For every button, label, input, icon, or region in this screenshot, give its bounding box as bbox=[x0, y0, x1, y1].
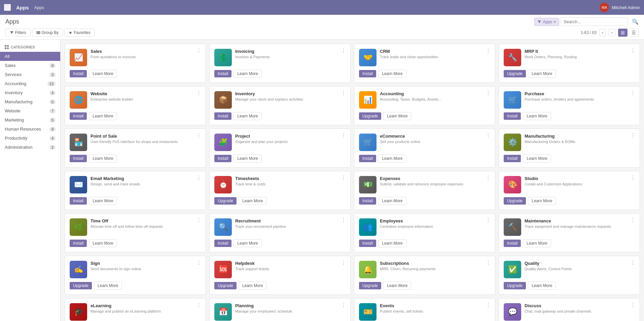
learn-more-button[interactable]: Learn More bbox=[528, 282, 556, 290]
learn-more-button[interactable]: Learn More bbox=[378, 70, 406, 78]
learn-more-button[interactable]: Learn More bbox=[383, 282, 411, 290]
more-options-button[interactable]: ⋮ bbox=[630, 47, 636, 54]
sidebar-item-productivity[interactable]: Productivity4 bbox=[0, 134, 60, 143]
install-button[interactable]: Install bbox=[359, 240, 376, 247]
user-menu[interactable]: MA Mitchell Admin bbox=[600, 3, 640, 12]
more-options-button[interactable]: ⋮ bbox=[340, 302, 347, 309]
learn-more-button[interactable]: Learn More bbox=[234, 154, 261, 163]
remove-filter-button[interactable]: × bbox=[553, 19, 556, 25]
sidebar-item-inventory[interactable]: Inventory4 bbox=[0, 88, 60, 97]
learn-more-button[interactable]: Learn More bbox=[378, 197, 406, 205]
more-options-button[interactable]: ⋮ bbox=[195, 302, 202, 309]
sidebar-item-accounting[interactable]: Accounting13 bbox=[0, 79, 60, 88]
learn-more-button[interactable]: Learn More bbox=[523, 112, 551, 120]
more-options-button[interactable]: ⋮ bbox=[195, 175, 202, 181]
more-options-button[interactable]: ⋮ bbox=[340, 90, 347, 97]
learn-more-button[interactable]: Learn More bbox=[89, 239, 117, 247]
search-input[interactable] bbox=[561, 17, 628, 26]
more-options-button[interactable]: ⋮ bbox=[630, 259, 636, 266]
more-options-button[interactable]: ⋮ bbox=[340, 132, 347, 139]
learn-more-button[interactable]: Learn More bbox=[89, 197, 117, 205]
learn-more-button[interactable]: Learn More bbox=[523, 154, 551, 163]
sidebar-item-manufacturing[interactable]: Manufacturing5 bbox=[0, 97, 60, 106]
upgrade-button[interactable]: Upgrade bbox=[504, 197, 526, 205]
learn-more-button[interactable]: Learn More bbox=[234, 239, 261, 247]
more-options-button[interactable]: ⋮ bbox=[195, 259, 202, 266]
search-icon[interactable]: 🔍 bbox=[632, 19, 639, 25]
prev-page-button[interactable]: ‹ bbox=[599, 29, 606, 36]
upgrade-button[interactable]: Upgrade bbox=[214, 282, 237, 289]
learn-more-button[interactable]: Learn More bbox=[383, 112, 411, 120]
learn-more-button[interactable]: Learn More bbox=[89, 154, 117, 163]
install-button[interactable]: Install bbox=[214, 70, 231, 77]
learn-more-button[interactable]: Learn More bbox=[234, 112, 261, 120]
install-button[interactable]: Install bbox=[70, 197, 87, 205]
learn-more-button[interactable]: Learn More bbox=[378, 154, 406, 163]
install-button[interactable]: Install bbox=[214, 155, 231, 162]
more-options-button[interactable]: ⋮ bbox=[630, 217, 636, 224]
next-page-button[interactable]: › bbox=[609, 29, 615, 36]
more-options-button[interactable]: ⋮ bbox=[630, 90, 636, 97]
more-options-button[interactable]: ⋮ bbox=[340, 47, 347, 54]
upgrade-button[interactable]: Upgrade bbox=[359, 112, 381, 120]
learn-more-button[interactable]: Learn More bbox=[234, 70, 261, 78]
more-options-button[interactable]: ⋮ bbox=[485, 217, 492, 224]
upgrade-button[interactable]: Upgrade bbox=[359, 282, 381, 289]
filters-button[interactable]: Filters bbox=[5, 29, 31, 37]
upgrade-button[interactable]: Upgrade bbox=[214, 197, 237, 205]
upgrade-button[interactable]: Upgrade bbox=[504, 282, 526, 289]
more-options-button[interactable]: ⋮ bbox=[630, 302, 636, 309]
more-options-button[interactable]: ⋮ bbox=[485, 175, 492, 181]
learn-more-button[interactable]: Learn More bbox=[239, 197, 266, 205]
more-options-button[interactable]: ⋮ bbox=[340, 175, 347, 181]
more-options-button[interactable]: ⋮ bbox=[630, 175, 636, 181]
sidebar-item-services[interactable]: Services3 bbox=[0, 70, 60, 79]
learn-more-button[interactable]: Learn More bbox=[89, 70, 117, 78]
learn-more-button[interactable]: Learn More bbox=[89, 112, 117, 120]
more-options-button[interactable]: ⋮ bbox=[630, 132, 636, 139]
install-button[interactable]: Install bbox=[214, 112, 231, 120]
install-button[interactable]: Install bbox=[359, 197, 376, 205]
install-button[interactable]: Install bbox=[504, 240, 521, 247]
sidebar-item-marketing[interactable]: Marketing5 bbox=[0, 115, 60, 124]
learn-more-button[interactable]: Learn More bbox=[528, 197, 556, 205]
sidebar-item-website[interactable]: Website7 bbox=[0, 106, 60, 115]
more-options-button[interactable]: ⋮ bbox=[485, 90, 492, 97]
sidebar-item-sales[interactable]: Sales8 bbox=[0, 61, 60, 70]
list-view-button[interactable]: ☰ bbox=[629, 29, 639, 37]
learn-more-button[interactable]: Learn More bbox=[94, 282, 122, 290]
more-options-button[interactable]: ⋮ bbox=[195, 90, 202, 97]
more-options-button[interactable]: ⋮ bbox=[340, 259, 347, 266]
upgrade-button[interactable]: Upgrade bbox=[70, 282, 92, 289]
sidebar-item-human-resources[interactable]: Human Resources9 bbox=[0, 124, 60, 134]
install-button[interactable]: Install bbox=[70, 70, 87, 77]
install-button[interactable]: Install bbox=[359, 155, 376, 162]
sidebar-item-administration[interactable]: Administration2 bbox=[0, 143, 60, 152]
more-options-button[interactable]: ⋮ bbox=[195, 217, 202, 224]
active-filter-tag[interactable]: Apps × bbox=[534, 18, 559, 26]
install-button[interactable]: Install bbox=[504, 112, 521, 120]
install-button[interactable]: Install bbox=[359, 70, 376, 77]
more-options-button[interactable]: ⋮ bbox=[485, 302, 492, 309]
upgrade-button[interactable]: Upgrade bbox=[504, 70, 526, 77]
learn-more-button[interactable]: Learn More bbox=[378, 239, 406, 247]
learn-more-button[interactable]: Learn More bbox=[523, 239, 551, 247]
install-button[interactable]: Install bbox=[70, 155, 87, 162]
more-options-button[interactable]: ⋮ bbox=[485, 259, 492, 266]
app-grid-icon[interactable] bbox=[4, 4, 11, 11]
more-options-button[interactable]: ⋮ bbox=[485, 132, 492, 139]
learn-more-button[interactable]: Learn More bbox=[239, 282, 266, 290]
favorites-button[interactable]: ★ Favorites bbox=[64, 29, 95, 37]
more-options-button[interactable]: ⋮ bbox=[340, 217, 347, 224]
install-button[interactable]: Install bbox=[70, 112, 87, 120]
group-by-button[interactable]: Group By bbox=[32, 29, 63, 37]
sidebar-item-all[interactable]: All bbox=[0, 52, 60, 61]
grid-view-button[interactable]: ⊞ bbox=[618, 29, 628, 37]
nav-apps-link[interactable]: Apps bbox=[34, 5, 44, 10]
install-button[interactable]: Install bbox=[70, 240, 87, 247]
more-options-button[interactable]: ⋮ bbox=[195, 47, 202, 54]
learn-more-button[interactable]: Learn More bbox=[528, 70, 556, 78]
more-options-button[interactable]: ⋮ bbox=[195, 132, 202, 139]
install-button[interactable]: Install bbox=[504, 155, 521, 162]
install-button[interactable]: Install bbox=[214, 240, 231, 247]
